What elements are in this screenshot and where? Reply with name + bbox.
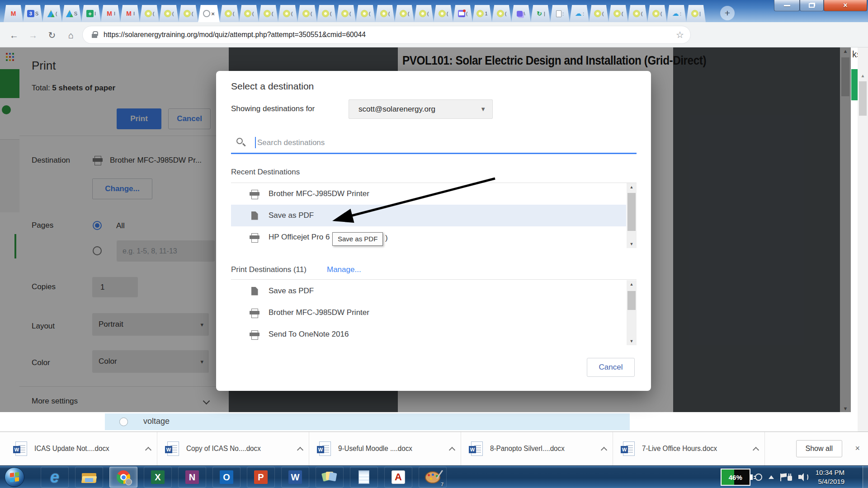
download-item[interactable]: W9-Useful Moodle ....docx bbox=[309, 432, 461, 465]
tab[interactable]: M bbox=[4, 5, 23, 22]
new-tab-button[interactable]: + bbox=[720, 6, 735, 20]
reload-button[interactable]: ↻ bbox=[45, 28, 59, 42]
tab-close-icon[interactable]: × bbox=[211, 10, 215, 17]
tab[interactable]: ( bbox=[42, 5, 62, 22]
notepad-taskbar-button[interactable] bbox=[350, 467, 378, 488]
chevron-up-icon[interactable] bbox=[449, 447, 455, 453]
tab[interactable]: ( bbox=[647, 5, 667, 22]
explorer-taskbar-button[interactable] bbox=[75, 467, 103, 488]
action-center-flag-icon[interactable] bbox=[780, 474, 781, 481]
tab[interactable]: +I bbox=[81, 5, 101, 22]
hidden-icons-arrow[interactable] bbox=[769, 475, 774, 479]
minimize-button[interactable] bbox=[774, 0, 800, 11]
destination-row[interactable]: Brother MFC-J985DW Printer bbox=[231, 183, 626, 205]
chevron-up-icon[interactable] bbox=[601, 447, 607, 453]
destinations-scrollbar[interactable]: ▲ ▼ bbox=[627, 280, 637, 345]
scrollbar-thumb[interactable] bbox=[627, 291, 636, 310]
tab-active[interactable]: × bbox=[198, 5, 220, 22]
chrome-taskbar-button[interactable] bbox=[109, 467, 137, 488]
tab[interactable]: ( bbox=[179, 5, 198, 22]
destination-row[interactable]: Brother MFC-J985DW Printer bbox=[231, 302, 626, 324]
bookmark-star-icon[interactable]: ☆ bbox=[676, 29, 684, 40]
tab[interactable]: ( bbox=[259, 5, 278, 22]
tab[interactable]: 3S bbox=[23, 5, 42, 22]
chevron-up-icon[interactable] bbox=[753, 447, 759, 453]
tab[interactable]: ☁: bbox=[570, 5, 589, 22]
destination-row[interactable]: Send To OneNote 2016 bbox=[231, 324, 626, 345]
taskbar-clock[interactable]: 10:34 PM 5/4/2019 bbox=[816, 468, 844, 486]
tab[interactable]: ( bbox=[356, 5, 375, 22]
tab[interactable]: \ bbox=[511, 5, 531, 22]
excel-taskbar-button[interactable]: X bbox=[144, 467, 172, 488]
dialog-cancel-button[interactable]: Cancel bbox=[587, 358, 635, 377]
tab[interactable]: ( bbox=[220, 5, 239, 22]
download-item[interactable]: W7-Live Office Hours.docx bbox=[613, 432, 765, 465]
tab[interactable]: ( bbox=[414, 5, 434, 22]
tab[interactable]: ( bbox=[278, 5, 297, 22]
power-plug-icon[interactable] bbox=[788, 476, 792, 481]
close-downloads-bar-icon[interactable]: × bbox=[855, 444, 860, 453]
scroll-up-icon[interactable]: ▲ bbox=[858, 73, 868, 78]
speaker-icon[interactable] bbox=[798, 473, 809, 482]
tab[interactable]: ( bbox=[453, 5, 472, 22]
scroll-up-icon[interactable]: ▲ bbox=[627, 185, 637, 189]
destination-row[interactable]: Save as PDF bbox=[231, 205, 626, 226]
download-item[interactable]: W8-Panopto Silverl....docx bbox=[461, 432, 613, 465]
quiz-answer-row[interactable]: voltage bbox=[105, 413, 630, 430]
search-input[interactable]: Search destinations bbox=[257, 138, 325, 147]
power-cord-icon[interactable] bbox=[755, 474, 762, 481]
tab[interactable]: S bbox=[62, 5, 81, 22]
outlook-taskbar-button[interactable]: O bbox=[212, 467, 241, 488]
acrobat-taskbar-button[interactable]: A bbox=[384, 467, 412, 488]
show-all-downloads-button[interactable]: Show all bbox=[796, 440, 842, 457]
start-button[interactable] bbox=[5, 467, 24, 487]
download-item[interactable]: WCopy of ICAS No....docx bbox=[157, 432, 309, 465]
answer-radio[interactable] bbox=[119, 418, 128, 426]
manage-link[interactable]: Manage... bbox=[327, 265, 361, 274]
tab[interactable]: ☁: bbox=[667, 5, 686, 22]
ie-taskbar-button[interactable]: e bbox=[41, 467, 69, 488]
destination-row[interactable]: Save as PDF bbox=[231, 280, 626, 302]
notes-taskbar-button[interactable] bbox=[316, 467, 344, 488]
tab[interactable]: MI bbox=[120, 5, 140, 22]
scrollbar-thumb[interactable] bbox=[627, 193, 636, 231]
tab[interactable]: ( bbox=[395, 5, 414, 22]
account-select[interactable]: scott@solarenergy.org▼ bbox=[349, 99, 493, 119]
tab[interactable]: ( bbox=[434, 5, 453, 22]
destination-row[interactable]: HP Officejet Pro 6 bbox=[231, 226, 626, 248]
tab[interactable]: : bbox=[550, 5, 570, 22]
recent-list-scrollbar[interactable]: ▲ ▼ bbox=[627, 183, 637, 248]
close-window-button[interactable]: × bbox=[824, 0, 867, 11]
chevron-up-icon[interactable] bbox=[145, 447, 151, 453]
tab[interactable]: ( bbox=[317, 5, 336, 22]
tab[interactable]: ( bbox=[589, 5, 609, 22]
word-taskbar-button[interactable]: W bbox=[281, 467, 309, 488]
tab[interactable]: ( bbox=[159, 5, 179, 22]
tab[interactable]: ( bbox=[492, 5, 511, 22]
paint-taskbar-button[interactable]: 7 bbox=[419, 467, 447, 488]
tab[interactable]: ( bbox=[375, 5, 395, 22]
tab[interactable]: ( bbox=[239, 5, 259, 22]
maximize-button[interactable] bbox=[800, 0, 824, 11]
page-scrollbar[interactable]: ▲ bbox=[858, 47, 868, 432]
tab[interactable]: ( bbox=[609, 5, 628, 22]
address-bar[interactable]: https://solarenergytraining.org/mod/quiz… bbox=[82, 26, 691, 44]
tab[interactable]: ( bbox=[628, 5, 647, 22]
tab[interactable]: ↻| bbox=[531, 5, 550, 22]
tab[interactable]: 1 bbox=[472, 5, 492, 22]
tab[interactable]: ( bbox=[336, 5, 356, 22]
download-item[interactable]: WICAS Update Not....docx bbox=[5, 432, 157, 465]
scroll-down-icon[interactable]: ▼ bbox=[627, 242, 637, 246]
https-lock-icon[interactable] bbox=[92, 34, 97, 38]
back-button[interactable]: ← bbox=[7, 28, 21, 42]
show-desktop-button[interactable] bbox=[863, 466, 868, 488]
tab[interactable]: | bbox=[686, 5, 706, 22]
chevron-up-icon[interactable] bbox=[297, 447, 303, 453]
tab[interactable]: MI bbox=[101, 5, 120, 22]
powerpoint-taskbar-button[interactable]: P bbox=[247, 467, 275, 488]
tab[interactable]: ( bbox=[140, 5, 159, 22]
onenote-taskbar-button[interactable]: N bbox=[178, 467, 206, 488]
scroll-down-icon[interactable]: ▼ bbox=[627, 339, 637, 343]
battery-indicator[interactable]: 46% bbox=[721, 469, 750, 486]
scroll-up-icon[interactable]: ▲ bbox=[627, 282, 637, 286]
